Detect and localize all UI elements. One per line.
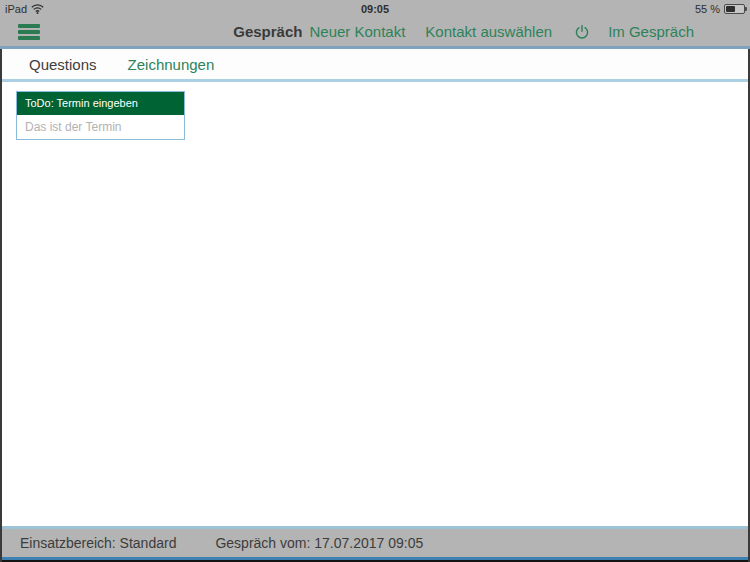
area-label: Einsatzbereich: Standard bbox=[20, 535, 176, 551]
power-icon[interactable] bbox=[574, 24, 590, 40]
footer-bar: Einsatzbereich: Standard Gespräch vom: 1… bbox=[2, 526, 748, 557]
todo-card-header: ToDo: Termin eingeben bbox=[17, 92, 184, 115]
tab-zeichnungen[interactable]: Zeichnungen bbox=[128, 56, 215, 73]
content-area: ToDo: Termin eingeben bbox=[2, 82, 748, 526]
status-time: 09:05 bbox=[0, 3, 750, 15]
todo-card: ToDo: Termin eingeben bbox=[16, 91, 185, 140]
select-contact-button[interactable]: Kontakt auswählen bbox=[425, 23, 552, 40]
todo-input[interactable] bbox=[17, 115, 184, 139]
status-bar: iPad 09:05 55 % bbox=[0, 0, 750, 17]
battery-icon bbox=[724, 4, 745, 14]
tab-questions[interactable]: Questions bbox=[29, 56, 97, 73]
tab-bar: Questions Zeichnungen bbox=[2, 49, 748, 82]
top-bars: iPad 09:05 55 % bbox=[0, 0, 750, 46]
app-window: iPad 09:05 55 % bbox=[0, 0, 750, 562]
in-conversation-button[interactable]: Im Gespräch bbox=[608, 23, 694, 40]
hamburger-menu-icon[interactable] bbox=[18, 24, 40, 40]
battery-fill bbox=[726, 6, 735, 12]
conversation-date-label: Gespräch vom: 17.07.2017 09:05 bbox=[215, 535, 423, 551]
nav-actions: Gespräch Neuer Kontakt Kontakt auswählen… bbox=[233, 23, 694, 40]
navigation-bar: Gespräch Neuer Kontakt Kontakt auswählen… bbox=[0, 17, 750, 46]
status-right: 55 % bbox=[695, 3, 745, 15]
new-contact-button[interactable]: Neuer Kontakt bbox=[309, 23, 405, 40]
battery-nub bbox=[745, 7, 747, 11]
app-frame: Questions Zeichnungen ToDo: Termin einge… bbox=[0, 49, 750, 562]
page-title: Gespräch bbox=[233, 23, 302, 40]
battery-percent-label: 55 % bbox=[695, 3, 720, 15]
